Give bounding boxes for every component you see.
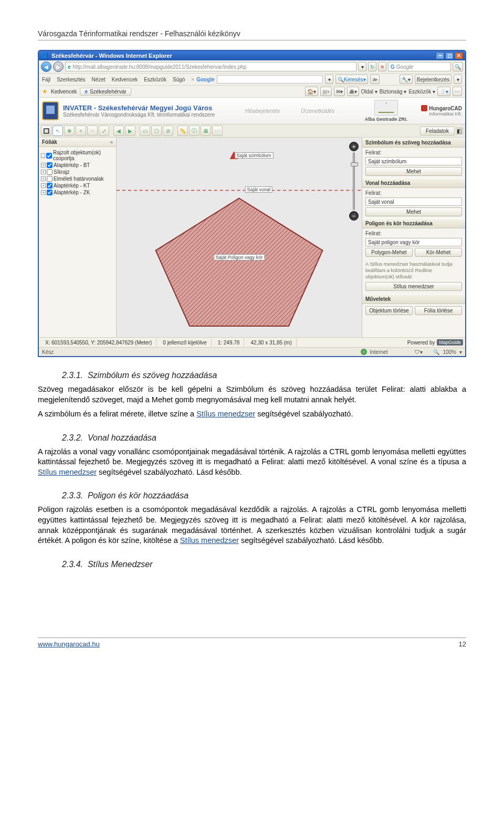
section-2-3-3-p: Poligon rajzolás esetben is a csomóponto… [38, 505, 466, 546]
footer-link[interactable]: www.hungarocad.hu [38, 640, 100, 648]
menu-tools[interactable]: Eszközök [144, 77, 166, 82]
refresh-button[interactable]: ↻ [368, 62, 376, 71]
feeds-icon[interactable]: ▦▾ [320, 87, 332, 96]
status-dimensions: 42,30 x 31,85 (m) [246, 338, 296, 347]
layer-checkbox[interactable] [46, 153, 52, 159]
wrench-icon[interactable]: 🔧▾ [400, 75, 413, 84]
layer-item[interactable]: +Elméleti határvonalak [41, 175, 114, 182]
favorites-label[interactable]: Kedvencek [51, 89, 77, 95]
mail-icon[interactable]: ✉▾ [334, 87, 345, 96]
google-search-btn[interactable]: 🔍 Keresés ▾ [335, 75, 368, 84]
menu-file[interactable]: Fájl [42, 77, 50, 82]
line-go-button[interactable]: Mehet [365, 207, 462, 216]
tool-zoomout[interactable]: － [87, 126, 98, 136]
hdr-link-message[interactable]: Ürzenetküldés [301, 108, 334, 114]
tool-more[interactable]: ⋯ [212, 126, 223, 136]
section-2-3-1-p1: Szöveg megadásakor először is be kell gé… [38, 384, 466, 405]
tool-extent[interactable]: ⤢ [99, 126, 109, 136]
delete-layer-button[interactable]: Fólia törlése [415, 306, 462, 315]
tool-clear[interactable]: ⊘ [163, 126, 173, 136]
login-dropdown[interactable]: ▾ [454, 75, 462, 84]
tool-selectpoly[interactable]: ⬠ [151, 126, 162, 136]
google-toolbar-input[interactable] [217, 75, 323, 83]
layer-item[interactable]: +Síkrajz [41, 169, 114, 175]
help-icon[interactable]: ❔▾ [437, 87, 450, 96]
page-menu[interactable]: Oldal [361, 89, 377, 95]
symbol-text-input[interactable]: Saját szimbólum [365, 157, 462, 165]
circle-go-button[interactable]: Kör-Mehet [415, 248, 462, 257]
tool-measure[interactable]: 📏 [177, 126, 188, 136]
hdr-link-bugreport[interactable]: Hibabejelentés [245, 108, 280, 114]
layer-item[interactable]: +Alaptérkép - BT [41, 162, 114, 169]
extra-icon[interactable]: ⋯ [453, 87, 462, 96]
zoom-icon[interactable]: 🔍 [433, 349, 439, 355]
layer-checkbox[interactable] [47, 176, 52, 182]
back-button[interactable]: ◀ [41, 61, 51, 72]
tool-select[interactable]: ▭ [140, 126, 150, 136]
tool-info[interactable]: ⓘ [189, 126, 200, 136]
url-dropdown[interactable]: ▾ [358, 62, 366, 71]
zoom-thumb[interactable] [351, 162, 358, 166]
zoom-in-button[interactable]: + [349, 142, 359, 151]
doc-header: Városgazda Térinformatikai rendszer - Fe… [38, 29, 466, 40]
security-menu[interactable]: Biztonság [380, 89, 407, 95]
delete-object-button[interactable]: Objektum törlése [365, 306, 413, 315]
maximize-button[interactable]: ◻ [445, 52, 454, 59]
layer-checkbox[interactable] [47, 183, 52, 189]
favorites-star-icon[interactable]: ★ [42, 88, 48, 95]
layer-item[interactable]: -Rajzolt objektum(ok) csoportja [41, 149, 114, 162]
menu-edit[interactable]: Szerkesztés [57, 77, 85, 82]
city-crest-icon [42, 101, 59, 120]
url-bar[interactable]: e http://mail.albageotrade.hu:8008/mapgu… [65, 62, 356, 71]
menu-favorites[interactable]: Kedvencek [112, 77, 138, 82]
style-manager-link-3[interactable]: Stílus menedzser [180, 536, 239, 545]
forward-button[interactable]: ▶ [53, 61, 64, 72]
stop-button[interactable]: ✕ [378, 62, 386, 71]
layer-checkbox[interactable] [47, 190, 52, 195]
tool-zoomin[interactable]: ＋ [76, 126, 86, 136]
layer-item[interactable]: +Alaptérkép - KT [41, 182, 114, 189]
menu-view[interactable]: Nézet [92, 77, 106, 82]
tool-pan[interactable]: ✥ [64, 126, 75, 136]
layer-checkbox[interactable] [47, 162, 52, 168]
tool-next[interactable]: ▶ [125, 126, 135, 136]
zoom-slider[interactable]: + − [349, 142, 359, 221]
symbol-go-button[interactable]: Mehet [365, 167, 462, 176]
ie-search-placeholder: Google [396, 64, 413, 70]
google-toolbar-label: Google [196, 77, 214, 82]
style-manager-link[interactable]: Stílus menedzser [196, 410, 255, 418]
tool-zoomwin[interactable]: 🔲 [41, 126, 51, 136]
ie-zoom-value[interactable]: 100% [443, 349, 456, 355]
login-btn[interactable]: Bejelentkezés [415, 75, 452, 84]
ie-zoom-dropdown[interactable]: ▾ [459, 349, 462, 355]
polygon-go-button[interactable]: Polygon-Mehet [365, 248, 413, 257]
style-manager-link-2[interactable]: Stílus menedzser [38, 468, 97, 476]
tools-menu[interactable]: Eszközök [408, 89, 435, 95]
minimize-button[interactable]: ━ [436, 52, 444, 59]
style-manager-button[interactable]: Stílus menedzser [365, 282, 462, 291]
line-text-input[interactable]: Saját vonal [365, 197, 462, 206]
layers-panel-header[interactable]: Fóliák« [39, 138, 116, 147]
poly-text-input[interactable]: Saját poligon vagy kör [365, 238, 462, 246]
home-icon[interactable]: 🏠▾ [305, 87, 318, 96]
ie-search-box[interactable]: G Google [388, 62, 451, 71]
ie-menu-bar: Fájl Szerkesztés Nézet Kedvencek Eszközö… [39, 74, 465, 86]
tool-prev[interactable]: ◀ [113, 126, 124, 136]
browser-tab[interactable]: e Székesfehérvár [80, 88, 131, 96]
map-canvas[interactable]: Saját szimbólum Saját vonal Saját Poligo… [117, 138, 362, 337]
tasks-expand[interactable]: ◧ [456, 128, 463, 134]
menu-help[interactable]: Súgó [173, 77, 185, 82]
tasks-button[interactable]: Feladatok [420, 127, 455, 135]
google-more-btn[interactable]: ≫ [370, 75, 380, 84]
zoom-out-button[interactable]: − [349, 211, 359, 221]
google-search-dropdown[interactable]: ▾ [325, 75, 333, 84]
ie-search-button[interactable]: 🔍 [453, 62, 463, 71]
tool-print[interactable]: 🖶 [201, 126, 211, 136]
close-button[interactable]: ✕ [455, 52, 463, 59]
map-poly-label: Saját Poligon vagy kör [214, 254, 265, 260]
tool-pointer[interactable]: ↖ [52, 126, 63, 136]
layer-item[interactable]: +Alaptérkép - ZK [41, 189, 114, 196]
layer-checkbox[interactable] [47, 169, 52, 175]
print-icon[interactable]: 🖶▾ [347, 87, 359, 96]
map-status-bar: X: 601593,540550, Y: 205942,847629 (Mete… [39, 337, 465, 347]
